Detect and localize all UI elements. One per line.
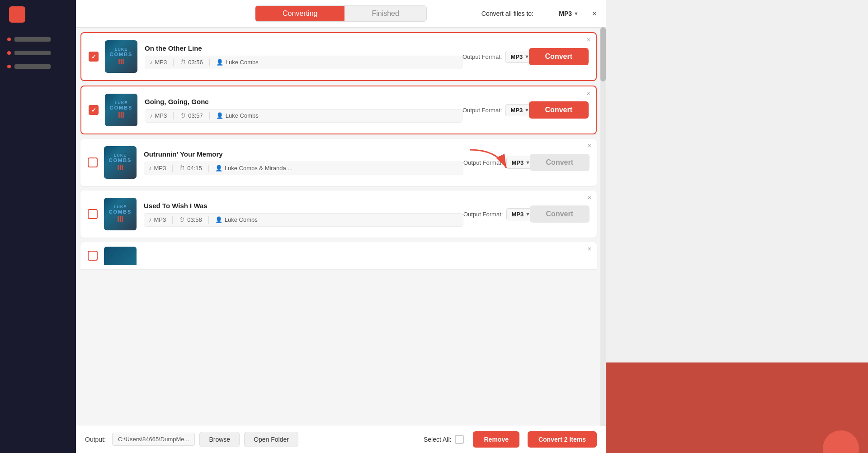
person-icon-3: 👤 bbox=[215, 165, 222, 172]
open-folder-button[interactable]: Open Folder bbox=[244, 432, 298, 447]
song-3-title: Outrunnin' Your Memory bbox=[144, 150, 463, 158]
song-3-info: Outrunnin' Your Memory ♪ MP3 ⏱ 04:15 👤 L… bbox=[144, 150, 463, 175]
song-1-checkbox[interactable] bbox=[89, 52, 99, 62]
song-2-close-button[interactable]: × bbox=[587, 90, 590, 96]
song-item-1: × LUKE COMBS III On the Other Line ♪ MP3 bbox=[80, 32, 597, 81]
clock-icon: ⏱ bbox=[180, 59, 186, 66]
song-4-duration: ⏱ 03:58 bbox=[179, 216, 208, 223]
scrollbar-track[interactable] bbox=[600, 27, 606, 426]
output-label: Output: bbox=[85, 436, 106, 443]
select-all-checkbox[interactable] bbox=[455, 435, 464, 444]
song-1-convert-button[interactable]: Convert bbox=[529, 48, 589, 65]
output-format-label-3: Output Format: bbox=[463, 159, 503, 166]
scrollbar-thumb[interactable] bbox=[600, 27, 606, 81]
song-3-close-button[interactable]: × bbox=[588, 143, 591, 149]
modal-footer: Output: C:\Users\84665\DumpMe... Browse … bbox=[76, 425, 606, 453]
select-all-label: Select All: bbox=[424, 436, 451, 443]
song-2-title: Going, Going, Gone bbox=[145, 98, 462, 105]
tab-converting[interactable]: Converting bbox=[255, 6, 344, 21]
convert-all-label: Convert all files to: bbox=[481, 10, 533, 17]
song-5-close-button[interactable]: × bbox=[588, 246, 591, 252]
song-2-thumbnail: LUKE COMBS III bbox=[105, 94, 137, 126]
music-icon-4: ♪ bbox=[149, 216, 152, 223]
tab-group: Converting Finished bbox=[255, 5, 427, 22]
song-4-thumbnail: LUKE COMBS III bbox=[104, 198, 137, 230]
song-2-info: Going, Going, Gone ♪ MP3 ⏱ 03:57 👤 Luke … bbox=[145, 98, 462, 123]
output-format-label-1: Output Format: bbox=[462, 53, 502, 60]
format-value: MP3 bbox=[559, 10, 572, 17]
song-2-checkbox[interactable] bbox=[89, 105, 99, 115]
song-1-duration: ⏱ 03:56 bbox=[180, 59, 209, 66]
song-1-info: On the Other Line ♪ MP3 ⏱ 03:56 👤 Luke C… bbox=[145, 44, 462, 69]
song-item-3: × LUKE COMBS III Outrunnin' Your Memory … bbox=[80, 139, 597, 186]
song-3-thumbnail: LUKE COMBS III bbox=[104, 146, 137, 179]
format-selector[interactable]: MP3 ▼ bbox=[559, 10, 579, 17]
modal-close-button[interactable]: × bbox=[592, 9, 597, 19]
music-icon: ♪ bbox=[150, 59, 153, 66]
convert-modal: Converting Finished Convert all files to… bbox=[76, 0, 606, 453]
clock-icon-3: ⏱ bbox=[179, 165, 185, 172]
song-4-title: Used To Wish I Was bbox=[144, 202, 463, 210]
song-4-info: Used To Wish I Was ♪ MP3 ⏱ 03:58 👤 Luke … bbox=[144, 202, 463, 227]
song-3-artist: 👤 Luke Combs & Miranda ... bbox=[215, 165, 299, 172]
person-icon: 👤 bbox=[216, 59, 223, 66]
song-5-checkbox[interactable] bbox=[88, 251, 98, 261]
song-2-duration: ⏱ 03:57 bbox=[180, 112, 209, 119]
song-1-title: On the Other Line bbox=[145, 44, 462, 52]
output-format-label-4: Output Format: bbox=[463, 211, 503, 218]
browse-button[interactable]: Browse bbox=[199, 432, 240, 447]
remove-button[interactable]: Remove bbox=[473, 431, 519, 448]
song-item-2: × LUKE COMBS III Going, Going, Gone ♪ MP… bbox=[80, 86, 597, 134]
app-logo bbox=[9, 6, 25, 23]
select-all-section: Select All: bbox=[424, 435, 464, 444]
song-item-5-partial: × bbox=[80, 242, 597, 269]
song-2-meta: ♪ MP3 ⏱ 03:57 👤 Luke Combs bbox=[145, 109, 462, 123]
sidebar bbox=[0, 0, 76, 453]
background-circle bbox=[823, 430, 859, 453]
dropdown-arrow-icon: ▼ bbox=[574, 11, 579, 16]
output-path: C:\Users\84665\DumpMe... bbox=[112, 433, 195, 446]
song-list: × LUKE COMBS III On the Other Line ♪ MP3 bbox=[76, 28, 606, 425]
person-icon-2: 👤 bbox=[216, 112, 223, 119]
tab-finished[interactable]: Finished bbox=[344, 6, 426, 21]
song-4-format: ♪ MP3 bbox=[149, 216, 172, 223]
output-format-label-2: Output Format: bbox=[462, 107, 502, 114]
song-2-artist: 👤 Luke Combs bbox=[216, 112, 265, 119]
song-3-format: ♪ MP3 bbox=[149, 165, 172, 172]
song-1-thumbnail: LUKE COMBS III bbox=[105, 40, 137, 73]
song-5-thumbnail bbox=[104, 247, 137, 265]
song-4-close-button[interactable]: × bbox=[588, 194, 591, 200]
song-1-close-button[interactable]: × bbox=[587, 37, 590, 43]
modal-header: Converting Finished Convert all files to… bbox=[76, 0, 606, 28]
song-1-format: ♪ MP3 bbox=[150, 59, 173, 66]
song-3-duration: ⏱ 04:15 bbox=[179, 165, 208, 172]
convert-items-button[interactable]: Convert 2 Items bbox=[528, 431, 597, 448]
music-icon-3: ♪ bbox=[149, 165, 152, 172]
clock-icon-4: ⏱ bbox=[179, 216, 185, 223]
song-4-meta: ♪ MP3 ⏱ 03:58 👤 Luke Combs bbox=[144, 213, 463, 227]
song-1-meta: ♪ MP3 ⏱ 03:56 👤 Luke Combs bbox=[145, 56, 462, 69]
song-4-artist: 👤 Luke Combs bbox=[215, 216, 264, 223]
song-3-meta: ♪ MP3 ⏱ 04:15 👤 Luke Combs & Miranda ... bbox=[144, 162, 463, 175]
song-4-checkbox[interactable] bbox=[88, 209, 98, 219]
nav-menu bbox=[0, 33, 76, 73]
song-2-convert-button[interactable]: Convert bbox=[529, 101, 589, 119]
song-4-convert-button[interactable]: Convert bbox=[530, 205, 590, 223]
song-3-checkbox[interactable] bbox=[88, 157, 98, 167]
music-icon-2: ♪ bbox=[150, 112, 153, 119]
song-1-artist: 👤 Luke Combs bbox=[216, 59, 265, 66]
clock-icon-2: ⏱ bbox=[180, 112, 186, 119]
person-icon-4: 👤 bbox=[215, 216, 222, 223]
song-item-4: × LUKE COMBS III Used To Wish I Was ♪ MP… bbox=[80, 191, 597, 238]
song-3-convert-button[interactable]: Convert bbox=[530, 154, 590, 171]
song-2-format: ♪ MP3 bbox=[150, 112, 173, 119]
